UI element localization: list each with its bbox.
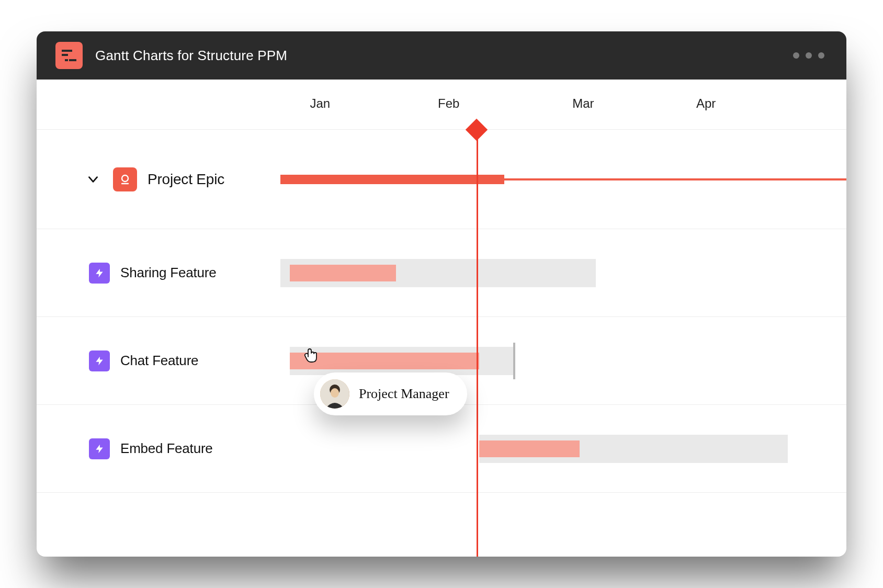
gantt-rows: Project Epic Sharing Feature <box>37 130 846 493</box>
epic-remaining-line[interactable] <box>504 178 846 180</box>
chevron-down-icon <box>86 173 100 186</box>
window-dot-icon[interactable] <box>818 52 824 59</box>
item-label: Sharing Feature <box>120 265 216 281</box>
month-label: Jan <box>310 96 330 111</box>
bolt-icon <box>94 268 105 278</box>
epic-progress-bar[interactable] <box>280 175 504 184</box>
feature-icon <box>89 350 110 371</box>
gantt-row-item[interactable]: Sharing Feature <box>37 229 846 317</box>
svg-point-4 <box>122 175 128 182</box>
window-dot-icon[interactable] <box>793 52 799 59</box>
gantt-window: Gantt Charts for Structure PPM JanFebMar… <box>37 31 846 557</box>
bolt-icon <box>94 444 105 454</box>
item-label: Chat Feature <box>120 353 198 369</box>
app-title: Gantt Charts for Structure PPM <box>95 48 287 64</box>
gantt-body: JanFebMarApr <box>37 80 846 557</box>
feature-icon <box>89 263 110 284</box>
window-dot-icon[interactable] <box>806 52 812 59</box>
timeline-header: JanFebMarApr <box>37 80 846 130</box>
avatar <box>320 379 349 409</box>
svg-rect-2 <box>69 59 76 61</box>
gantt-row-item[interactable]: Embed Feature <box>37 405 846 493</box>
gantt-row-epic[interactable]: Project Epic <box>37 130 846 229</box>
epic-icon <box>113 167 137 191</box>
app-logo-icon <box>55 42 83 69</box>
month-label: Mar <box>572 96 594 111</box>
svg-point-8 <box>331 388 339 398</box>
task-progress-bar[interactable] <box>290 265 396 281</box>
task-end-cap <box>513 343 515 379</box>
feature-icon <box>89 438 110 459</box>
item-timeline[interactable] <box>262 405 846 492</box>
collapse-toggle[interactable] <box>84 170 103 189</box>
task-progress-bar[interactable] <box>290 353 479 369</box>
svg-rect-1 <box>62 54 68 56</box>
item-label: Embed Feature <box>120 440 213 457</box>
epic-label: Project Epic <box>148 171 224 188</box>
window-controls[interactable] <box>793 52 824 59</box>
epic-timeline[interactable] <box>262 130 846 229</box>
month-label: Apr <box>696 96 716 111</box>
svg-rect-3 <box>65 59 68 61</box>
assignee-label: Project Manager <box>359 386 449 402</box>
svg-rect-0 <box>62 50 72 52</box>
item-timeline[interactable] <box>262 229 846 316</box>
bolt-icon <box>94 356 105 366</box>
month-label: Feb <box>438 96 459 111</box>
task-progress-bar[interactable] <box>479 440 580 457</box>
titlebar: Gantt Charts for Structure PPM <box>37 31 846 80</box>
assignee-tooltip: Project Manager <box>314 372 467 415</box>
